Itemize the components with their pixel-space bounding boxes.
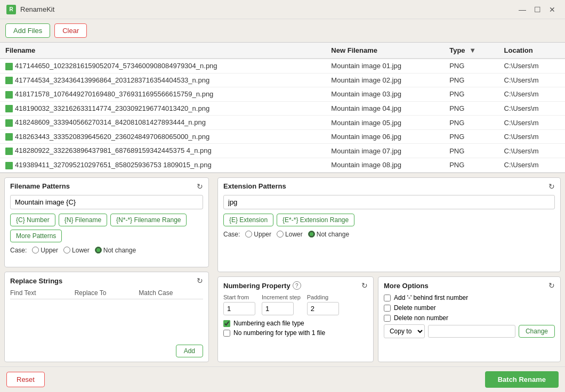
change-button[interactable]: Change <box>519 325 555 338</box>
filename-pattern-input[interactable] <box>10 195 203 209</box>
numbering-each-filetype-row: Numbering each file type <box>223 320 368 327</box>
extension-patterns-header: Extension Patterns ↻ <box>223 182 555 191</box>
minimize-button[interactable]: — <box>516 3 529 16</box>
reset-button[interactable]: Reset <box>6 372 45 387</box>
filename-patterns-title: Filename Patterns <box>10 182 70 190</box>
add-replace-button[interactable]: Add <box>176 345 203 357</box>
pattern-btn-number[interactable]: {C} Number <box>10 214 55 226</box>
add-behind-first-checkbox[interactable] <box>384 295 391 301</box>
cell-new-filename: Mountain image 07.jpg <box>326 144 444 158</box>
col-new-filename: New Filename <box>326 43 444 59</box>
padding-label: Padding <box>307 294 339 300</box>
batch-rename-button[interactable]: Batch Rename <box>485 371 559 388</box>
cell-filename: 418190032_332162633114774_23030921967740… <box>0 101 326 116</box>
filename-case-notchange[interactable]: Not change <box>95 247 136 254</box>
table-row[interactable]: 418171578_1076449270169480_3769311695566… <box>0 87 565 102</box>
extension-case-upper[interactable]: Upper <box>245 231 271 238</box>
numbering-each-filetype-label: Numbering each file type <box>233 320 304 327</box>
cell-location: C:\Users\m <box>499 87 565 102</box>
extension-patterns-section: Extension Patterns ↻ {E} Extension {E*-*… <box>217 177 561 273</box>
close-button[interactable]: ✕ <box>546 3 559 16</box>
clear-button[interactable]: Clear <box>54 23 87 38</box>
extension-case-notchange-radio[interactable] <box>308 231 315 238</box>
padding-input[interactable] <box>307 302 339 315</box>
left-panel: Filename Patterns ↻ {C} Number {N} Filen… <box>0 173 213 367</box>
cell-location: C:\Users\m <box>499 101 565 116</box>
cell-type: PNG <box>444 158 498 172</box>
filter-icon[interactable]: ▼ <box>469 46 476 54</box>
file-icon <box>5 105 13 112</box>
numbering-fields-row: Start from Increment step Padding <box>223 294 368 315</box>
delete-number-checkbox[interactable] <box>384 305 391 312</box>
cell-location: C:\Users\m <box>499 129 565 144</box>
pattern-btn-filename-range[interactable]: {N*-*} Filename Range <box>110 214 187 226</box>
extension-pattern-input[interactable] <box>223 195 555 209</box>
numbering-each-filetype-checkbox[interactable] <box>223 320 230 327</box>
copy-to-input[interactable] <box>428 325 515 338</box>
pattern-btn-more[interactable]: More Patterns <box>10 230 62 242</box>
more-options-refresh-icon[interactable]: ↻ <box>548 281 555 290</box>
start-from-input[interactable] <box>223 302 255 315</box>
delete-non-number-row: Delete non number <box>384 314 555 322</box>
cell-new-filename: Mountain image 06.jpg <box>326 129 444 144</box>
filename-case-lower[interactable]: Lower <box>63 247 90 254</box>
table-row[interactable]: 418190032_332162633114774_23030921967740… <box>0 101 565 116</box>
numbering-title: Numbering Property <box>223 282 290 290</box>
filename-case-upper-radio[interactable] <box>32 247 39 254</box>
extension-case-label: Case: <box>223 231 240 238</box>
col-location: Location <box>499 43 565 59</box>
add-behind-first-row: Add '-' behind first number <box>384 294 555 301</box>
file-table-container: Filename New Filename Type ▼ Location 41… <box>0 42 565 173</box>
table-row[interactable]: 418248609_333940566270314_84208108142789… <box>0 116 565 130</box>
no-numbering-checkbox[interactable] <box>223 330 230 337</box>
cell-type: PNG <box>444 73 498 87</box>
extension-case-lower[interactable]: Lower <box>277 231 303 238</box>
table-row[interactable]: 419389411_327095210297651_858025936753 1… <box>0 158 565 172</box>
ext-btn-extension[interactable]: {E} Extension <box>223 214 273 226</box>
start-from-label: Start from <box>223 294 255 300</box>
table-row[interactable]: 418280922_332263896437981_68768915934244… <box>0 144 565 158</box>
replace-list <box>10 301 203 339</box>
delete-non-number-checkbox[interactable] <box>384 315 391 322</box>
pattern-btn-filename[interactable]: {N} Filename <box>59 214 107 226</box>
increment-input[interactable] <box>262 302 294 315</box>
filename-case-lower-radio[interactable] <box>63 247 70 254</box>
extension-case-notchange[interactable]: Not change <box>308 231 349 238</box>
table-row[interactable]: 418263443_333520839645620_23602484970680… <box>0 129 565 144</box>
numbering-info-icon[interactable]: ? <box>293 281 301 290</box>
cell-new-filename: Mountain image 01.jpg <box>326 59 444 73</box>
table-row[interactable]: 417144650_10232816159052074_573460090808… <box>0 59 565 73</box>
cell-filename: 418171578_1076449270169480_3769311695566… <box>0 87 326 102</box>
filename-case-upper[interactable]: Upper <box>32 247 58 254</box>
panels: Filename Patterns ↻ {C} Number {N} Filen… <box>0 173 565 367</box>
cell-type: PNG <box>444 116 498 130</box>
file-table: Filename New Filename Type ▼ Location 41… <box>0 43 565 173</box>
replace-col-match: Match Case <box>139 289 203 297</box>
extension-case-upper-radio[interactable] <box>245 231 252 238</box>
ext-btn-extension-range[interactable]: {E*-*} Extension Range <box>277 214 354 226</box>
filename-refresh-icon[interactable]: ↻ <box>197 182 203 191</box>
extension-refresh-icon[interactable]: ↻ <box>548 182 555 191</box>
copy-to-select[interactable]: Copy to Move to <box>384 324 425 338</box>
cell-new-filename: Mountain image 03.jpg <box>326 87 444 102</box>
filename-case-notchange-radio[interactable] <box>95 247 102 254</box>
increment-label: Increment step <box>262 294 301 300</box>
table-row[interactable]: 417744534_323436413996864_20312837163544… <box>0 73 565 87</box>
increment-field: Increment step <box>262 294 301 315</box>
cell-location: C:\Users\m <box>499 144 565 158</box>
replace-refresh-icon[interactable]: ↻ <box>197 276 203 285</box>
cell-location: C:\Users\m <box>499 59 565 73</box>
more-options-header: More Options ↻ <box>384 281 555 290</box>
window-controls: — ☐ ✕ <box>516 3 559 16</box>
extension-case-lower-radio[interactable] <box>277 231 284 238</box>
add-files-button[interactable]: Add Files <box>5 23 50 38</box>
filename-patterns-header: Filename Patterns ↻ <box>10 182 203 191</box>
replace-strings-section: Replace Strings ↻ Find Text Replace To M… <box>4 272 209 362</box>
right-panel: Extension Patterns ↻ {E} Extension {E*-*… <box>213 173 565 367</box>
maximize-button[interactable]: ☐ <box>531 3 544 16</box>
no-numbering-label: No numbering for type with 1 file <box>233 329 325 337</box>
delete-number-row: Delete number <box>384 304 555 312</box>
delete-number-label: Delete number <box>394 304 436 312</box>
numbering-refresh-icon[interactable]: ↻ <box>361 281 368 290</box>
cell-location: C:\Users\m <box>499 158 565 172</box>
